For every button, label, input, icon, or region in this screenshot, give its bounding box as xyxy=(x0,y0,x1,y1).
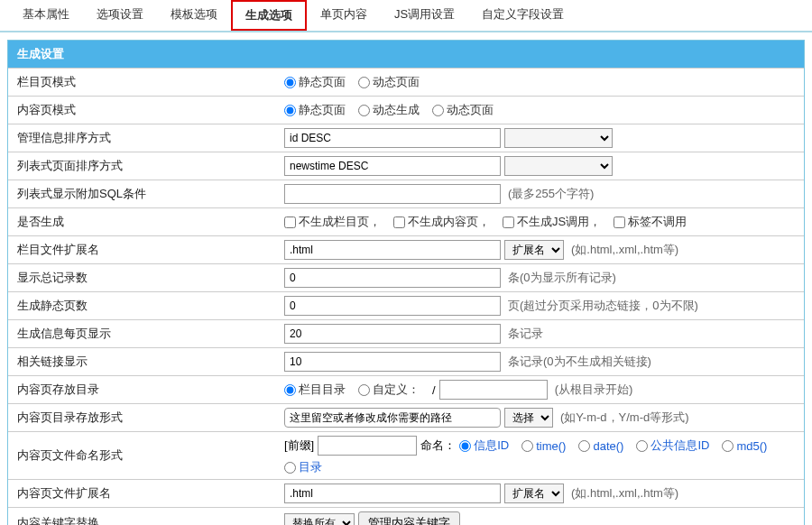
hint-column-ext: (如.html,.xml,.htm等) xyxy=(571,242,678,258)
select-dir-form[interactable]: 选择 xyxy=(504,408,553,428)
radio-name-md5[interactable] xyxy=(722,440,734,452)
hint-file-ext: (如.html,.xml,.htm等) xyxy=(571,485,678,502)
hint-list-sql: (最多255个字符) xyxy=(508,186,594,202)
select-keyword[interactable]: 替换所有 xyxy=(284,513,355,525)
input-content-dir[interactable] xyxy=(439,380,548,400)
radio-name-id[interactable] xyxy=(459,440,471,452)
label-dir-form: 内容页目录存放形式 xyxy=(8,404,279,431)
input-total-records[interactable] xyxy=(284,268,501,288)
radio-dir-custom[interactable] xyxy=(358,384,370,396)
label-list-sql: 列表式显示附加SQL条件 xyxy=(8,180,279,207)
radio-content-static[interactable] xyxy=(284,105,296,116)
input-per-page[interactable] xyxy=(284,324,501,344)
hint-per-page: 条记录 xyxy=(508,326,543,342)
label-file-naming: 内容页文件命名形式 xyxy=(8,432,279,479)
input-naming-prefix[interactable] xyxy=(318,436,417,456)
input-list-sort[interactable] xyxy=(284,156,501,176)
radio-content-dynpage[interactable] xyxy=(432,105,444,116)
hint-dir-form: (如Y-m-d，Y/m-d等形式) xyxy=(560,410,689,426)
hint-static-pages: 页(超过分页采用动态链接，0为不限) xyxy=(508,298,698,314)
label-column-ext: 栏目文件扩展名 xyxy=(8,236,279,263)
input-file-ext[interactable] xyxy=(284,484,501,503)
chk-no-tag[interactable] xyxy=(614,216,625,228)
radio-column-static[interactable] xyxy=(284,77,296,88)
btn-manage-keywords[interactable]: 管理内容关键字 xyxy=(358,511,460,525)
label-static-pages: 生成静态页数 xyxy=(8,292,279,319)
tab-basic[interactable]: 基本属性 xyxy=(9,0,83,31)
input-admin-sort[interactable] xyxy=(284,128,501,148)
chk-no-content[interactable] xyxy=(393,216,405,228)
tab-template[interactable]: 模板选项 xyxy=(157,0,231,31)
label-content-dir: 内容页存放目录 xyxy=(8,376,279,403)
label-content-page-mode: 内容页模式 xyxy=(8,97,279,124)
label-per-page: 生成信息每页显示 xyxy=(8,320,279,347)
select-file-ext[interactable]: 扩展名 xyxy=(504,484,564,503)
naming-label: 命名： xyxy=(420,438,456,454)
label-file-ext: 内容页文件扩展名 xyxy=(8,480,279,507)
label-total-records: 显示总记录数 xyxy=(8,264,279,291)
label-is-generate: 是否生成 xyxy=(8,208,279,235)
dir-slash: / xyxy=(432,383,436,397)
tab-single-page[interactable]: 单页内容 xyxy=(307,0,381,31)
tab-options[interactable]: 选项设置 xyxy=(83,0,157,31)
chk-no-js[interactable] xyxy=(503,216,514,228)
label-keyword: 内容关键字替换 xyxy=(8,508,279,525)
input-dir-form[interactable] xyxy=(284,408,501,428)
label-related: 相关链接显示 xyxy=(8,348,279,375)
select-list-sort[interactable] xyxy=(504,156,613,176)
radio-name-time[interactable] xyxy=(521,440,533,452)
radio-name-pubid[interactable] xyxy=(636,440,648,452)
tab-custom-fields[interactable]: 自定义字段设置 xyxy=(468,0,577,31)
input-static-pages[interactable] xyxy=(284,296,501,316)
hint-content-dir: (从根目录开始) xyxy=(555,382,633,398)
input-column-ext[interactable] xyxy=(284,240,501,260)
radio-content-dyngen[interactable] xyxy=(358,105,370,116)
select-column-ext[interactable]: 扩展名 xyxy=(504,240,564,260)
tab-bar: 基本属性 选项设置 模板选项 生成选项 单页内容 JS调用设置 自定义字段设置 xyxy=(0,0,812,32)
radio-column-dynamic[interactable] xyxy=(358,77,370,88)
input-list-sql[interactable] xyxy=(284,184,501,204)
label-admin-sort: 管理信息排序方式 xyxy=(8,124,279,152)
select-admin-sort[interactable] xyxy=(504,128,613,148)
chk-no-column[interactable] xyxy=(284,216,296,228)
naming-prefix: [前缀] xyxy=(284,438,314,454)
radio-dir-column[interactable] xyxy=(284,384,296,396)
tab-generate[interactable]: 生成选项 xyxy=(231,0,307,31)
panel-title: 生成设置 xyxy=(8,41,804,68)
label-list-sort: 列表式页面排序方式 xyxy=(8,152,279,180)
input-related[interactable] xyxy=(284,352,501,372)
tab-js[interactable]: JS调用设置 xyxy=(381,0,468,31)
radio-name-date[interactable] xyxy=(578,440,590,452)
generate-settings-panel: 生成设置 栏目页模式 静态页面 动态页面 内容页模式 静态页面 动态生成 动态页… xyxy=(7,40,805,525)
label-column-page-mode: 栏目页模式 xyxy=(8,69,279,96)
hint-total-records: 条(0为显示所有记录) xyxy=(508,270,616,286)
radio-name-dir[interactable] xyxy=(284,462,296,474)
hint-related: 条记录(0为不生成相关链接) xyxy=(508,354,651,370)
